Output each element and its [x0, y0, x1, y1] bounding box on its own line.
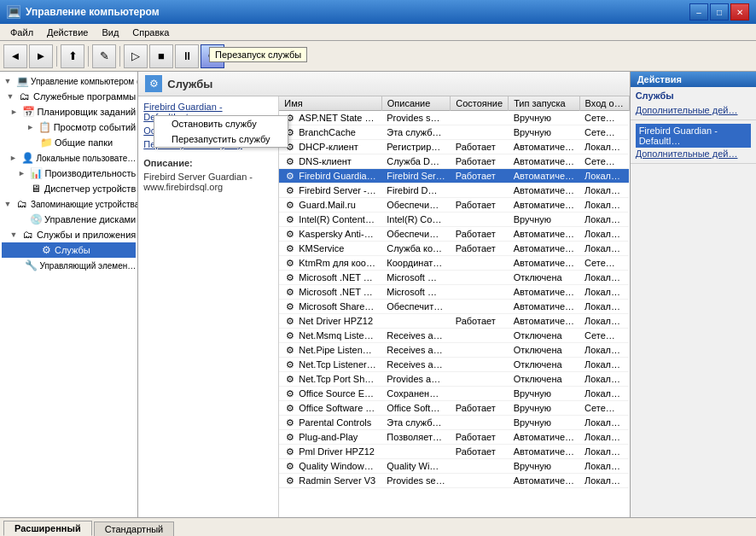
tree-item-wmi[interactable]: 🔧 Управляющий элемен… — [2, 258, 136, 273]
table-row[interactable]: ⚙DHCP-клиентРегистрир…РаботаетАвтоматиче… — [279, 140, 629, 154]
title-bar: 💻 Управление компьютером – □ ✕ — [0, 0, 756, 24]
cell-startup: Автоматиче… — [509, 300, 579, 314]
cell-status: Работает — [451, 401, 509, 416]
cell-desc: Provides se… — [381, 474, 450, 488]
selected-service-action[interactable]: Firebird Guardian - DefaultI… — [636, 124, 751, 148]
stop-button[interactable]: ■ — [149, 44, 173, 68]
tree-expander — [26, 137, 38, 149]
cell-startup: Автоматиче… — [509, 474, 579, 488]
cell-logon: Локал… — [579, 198, 629, 213]
minimize-button[interactable]: – — [689, 3, 708, 20]
tree-item-perf[interactable]: ► 📊 Производительность — [2, 166, 136, 181]
cell-logon: Сете… — [579, 329, 629, 343]
table-row[interactable]: ⚙Plug-and-PlayПозволяет…РаботаетАвтомати… — [279, 430, 629, 445]
table-row[interactable]: ⚙Net.Tcp Listener AdapterReceives a…Откл… — [279, 358, 629, 372]
table-row[interactable]: ⚙Office Source EngineСохранен…ВручнуюЛок… — [279, 387, 629, 401]
table-row[interactable]: ⚙Net Driver HPZ12РаботаетАвтоматиче…Лока… — [279, 314, 629, 329]
table-row[interactable]: ⚙Pml Driver HPZ12РаботаетАвтоматиче…Лока… — [279, 445, 629, 459]
tree-item-root[interactable]: ▼ 💻 Управление компьютером (л… — [2, 73, 136, 89]
table-row[interactable]: ⚙Guard.Mail.ruОбеспечи…РаботаетАвтоматич… — [279, 198, 629, 213]
tree-item-users[interactable]: ► 👤 Локальные пользовате… — [2, 150, 136, 166]
table-row[interactable]: ⚙Office Software Protectio…Office Soft…Р… — [279, 401, 629, 416]
table-row[interactable]: ⚙DNS-клиентСлужба D…РаботаетАвтоматиче…С… — [279, 154, 629, 169]
menu-view[interactable]: Вид — [95, 26, 125, 39]
cell-name: ⚙Parental Controls — [279, 416, 381, 430]
cell-logon: Локал… — [579, 430, 629, 445]
cell-desc: Эта служб… — [381, 125, 450, 140]
tree-item-diskmgr[interactable]: 💿 Управление дисками — [2, 212, 136, 227]
tab-extended[interactable]: Расширенный — [3, 521, 92, 536]
cell-name: ⚙Firebird Server - Def… — [279, 184, 381, 198]
cell-name: ⚙Firebird Guardian - Def… — [279, 169, 381, 184]
table-row[interactable]: ⚙ASP.NET State ServiceProvides s…Вручную… — [279, 111, 629, 125]
cell-logon: Локал… — [579, 387, 629, 401]
tree-item-services[interactable]: ⚙ Службы — [2, 242, 136, 258]
cell-startup: Вручную — [509, 125, 579, 140]
col-startup[interactable]: Тип запуска — [509, 96, 579, 111]
table-row[interactable]: ⚙Firebird Guardian - Def…Firebird Ser…Ра… — [279, 169, 629, 184]
close-button[interactable]: ✕ — [730, 3, 749, 20]
forward-button[interactable]: ► — [29, 44, 53, 68]
popup-stop[interactable]: Остановить службу — [154, 116, 288, 131]
cell-desc — [381, 445, 450, 459]
col-logon[interactable]: Вход о… — [579, 96, 629, 111]
tree-item-folders[interactable]: 📁 Общие папки — [2, 135, 136, 150]
table-row[interactable]: ⚙Microsoft .NET Framew…Microsoft …Отключ… — [279, 271, 629, 285]
menu-action[interactable]: Действие — [40, 26, 95, 39]
table-row[interactable]: ⚙Net.Pipe Listener AdapterReceives a…Отк… — [279, 343, 629, 358]
users-icon: 👤 — [20, 151, 34, 165]
service-icon: ⚙ — [284, 257, 296, 269]
services-icon: ⚙ — [39, 243, 53, 257]
table-row[interactable]: ⚙BranchCacheЭта служб…ВручнуюСете… — [279, 125, 629, 140]
service-icon: ⚙ — [284, 460, 296, 472]
table-row[interactable]: ⚙Parental ControlsЭта служб…ВручнуюЛокал… — [279, 416, 629, 430]
table-row[interactable]: ⚙Quality Windows Audio…Quality Wi…Вручну… — [279, 459, 629, 474]
maximize-button[interactable]: □ — [710, 3, 729, 20]
tree-item-services-apps[interactable]: ▼ 🗂 Службы и приложения — [2, 227, 136, 242]
tree-item-devmgr[interactable]: 🖥 Диспетчер устройств — [2, 181, 136, 196]
back-button[interactable]: ◄ — [3, 44, 27, 68]
action-link-more-2[interactable]: Дополнительные дей… — [636, 148, 751, 160]
col-name[interactable]: Имя — [279, 96, 381, 111]
cell-status: Работает — [451, 198, 509, 213]
cell-name: ⚙ASP.NET State Service — [279, 111, 381, 125]
properties-button[interactable]: ✎ — [92, 44, 116, 68]
tab-standard[interactable]: Стандартный — [94, 521, 175, 536]
cell-desc — [381, 314, 450, 329]
table-row[interactable]: ⚙KMServiceСлужба ко…РаботаетАвтоматиче…Л… — [279, 242, 629, 256]
table-row[interactable]: ⚙Radmin Server V3Provides se…Автоматиче…… — [279, 474, 629, 488]
table-row[interactable]: ⚙Net.Msmq Listener Ada…Receives a…Отключ… — [279, 329, 629, 343]
tree-label-users: Локальные пользовате… — [36, 154, 136, 163]
play-button[interactable]: ▷ — [124, 44, 148, 68]
cell-status — [451, 285, 509, 300]
scheduler-icon: 📅 — [21, 105, 35, 119]
table-row[interactable]: ⚙Net.Tcp Port Sharing Se…Provides a…Откл… — [279, 372, 629, 387]
table-row[interactable]: ⚙Microsoft .NET Framew…Microsoft …Автома… — [279, 285, 629, 300]
tree-item-storage[interactable]: ▼ 🗂 Запоминающие устройства — [2, 196, 136, 212]
table-row[interactable]: ⚙Microsoft SharePoint W…Обеспечит…Автома… — [279, 300, 629, 314]
cell-startup: Отключена — [509, 329, 579, 343]
popup-restart[interactable]: Перезапустить службу — [154, 131, 288, 147]
pause-button[interactable]: ⏸ — [175, 44, 199, 68]
table-row[interactable]: ⚙KtmRm для координат…Координат…Автоматич… — [279, 256, 629, 271]
table-row[interactable]: ⚙Intel(R) Content Protect…Intel(R) Co…Вр… — [279, 213, 629, 227]
table-row[interactable]: ⚙Firebird Server - Def…Firebird D…Автома… — [279, 184, 629, 198]
cell-startup: Отключена — [509, 358, 579, 372]
cell-desc: Обеспечит… — [381, 300, 450, 314]
col-status[interactable]: Состояние — [451, 96, 509, 111]
cell-desc: Microsoft … — [381, 285, 450, 300]
col-desc[interactable]: Описание — [381, 96, 450, 111]
menu-help[interactable]: Справка — [125, 26, 176, 39]
table-row[interactable]: ⚙Kaspersky Anti-Virus 6.0Обеспечи…Работа… — [279, 227, 629, 242]
cell-desc: Microsoft … — [381, 271, 450, 285]
cell-logon: Локал… — [579, 416, 629, 430]
cell-startup: Автоматиче… — [509, 445, 579, 459]
action-link-more-1[interactable]: Дополнительные дей… — [636, 104, 751, 116]
tree-item-scheduler[interactable]: ► 📅 Планировщик заданий — [2, 104, 136, 119]
tree-item-events[interactable]: ► 📋 Просмотр событий — [2, 119, 136, 135]
tree-item-utilities[interactable]: ▼ 🗂 Служебные программы — [2, 89, 136, 104]
up-button[interactable]: ⬆ — [61, 44, 84, 68]
menu-file[interactable]: Файл — [3, 26, 40, 39]
cell-status — [451, 416, 509, 430]
tree-expander — [15, 183, 27, 195]
